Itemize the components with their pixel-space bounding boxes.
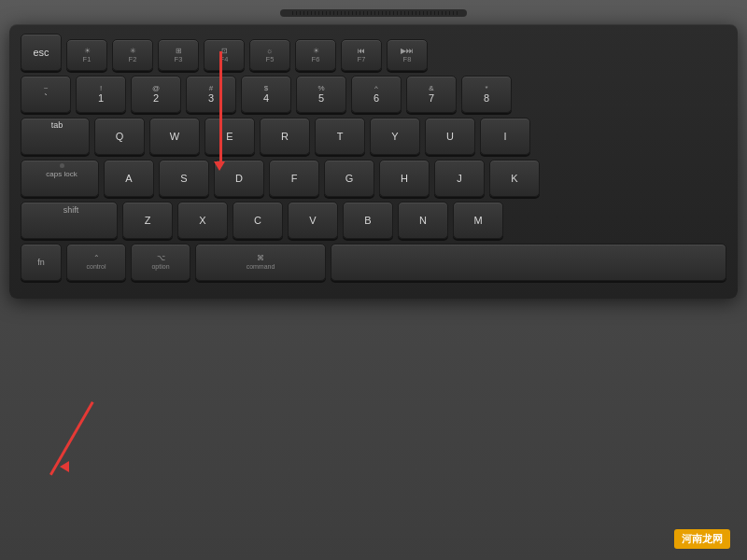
key-f1[interactable]: ☀ F1: [66, 39, 107, 71]
caps-lock-indicator: [60, 163, 64, 168]
key-tilde[interactable]: ~ `: [21, 76, 71, 113]
key-f2[interactable]: ✳ F2: [112, 39, 153, 71]
key-q[interactable]: Q: [94, 118, 145, 155]
key-e[interactable]: E: [204, 118, 255, 155]
key-5[interactable]: % 5: [296, 76, 346, 113]
qwerty-row: tab Q W E R T Y U I: [21, 118, 726, 155]
fn-row: esc ☀ F1 ✳ F2 ⊞ F3 ⊡ F4 ☼ F5: [21, 34, 726, 71]
key-7[interactable]: & 7: [406, 76, 457, 113]
key-caps-lock[interactable]: caps lock: [21, 160, 99, 197]
speaker-grille: [280, 9, 467, 17]
key-k[interactable]: K: [489, 160, 540, 197]
key-c[interactable]: C: [233, 202, 283, 239]
key-w[interactable]: W: [149, 118, 200, 155]
key-h[interactable]: H: [379, 160, 430, 197]
key-f7[interactable]: ⏮ F7: [341, 39, 382, 71]
key-8[interactable]: * 8: [461, 76, 512, 113]
key-control[interactable]: ⌃ control: [66, 244, 126, 281]
key-fn[interactable]: fn: [21, 244, 62, 281]
key-command[interactable]: ⌘ command: [195, 244, 326, 281]
key-y[interactable]: Y: [370, 118, 420, 155]
key-m[interactable]: M: [453, 202, 503, 239]
key-3[interactable]: # 3: [186, 76, 236, 113]
key-a[interactable]: A: [104, 160, 154, 197]
key-b[interactable]: B: [343, 202, 393, 239]
key-f3[interactable]: ⊞ F3: [158, 39, 199, 71]
key-j[interactable]: J: [434, 160, 485, 197]
key-f5[interactable]: ☼ F5: [249, 39, 290, 71]
key-i[interactable]: I: [480, 118, 530, 155]
key-6[interactable]: ^ 6: [351, 76, 402, 113]
key-option[interactable]: ⌥ option: [131, 244, 190, 281]
arrow-head-down: [214, 161, 225, 171]
key-u[interactable]: U: [425, 118, 475, 155]
key-space[interactable]: [331, 244, 726, 281]
key-z[interactable]: Z: [122, 202, 173, 239]
keyboard-body: esc ☀ F1 ✳ F2 ⊞ F3 ⊡ F4 ☼ F5: [9, 24, 738, 299]
key-s[interactable]: S: [159, 160, 209, 197]
red-arrow-diagonal: [49, 401, 94, 475]
key-4[interactable]: $ 4: [241, 76, 291, 113]
key-n[interactable]: N: [398, 202, 448, 239]
home-row: caps lock A S D F G H J: [21, 160, 726, 197]
bottom-row: fn ⌃ control ⌥ option ⌘ command: [21, 244, 726, 281]
key-2[interactable]: @ 2: [131, 76, 181, 113]
key-t[interactable]: T: [315, 118, 365, 155]
key-v[interactable]: V: [288, 202, 338, 239]
key-x[interactable]: X: [177, 202, 228, 239]
key-shift-left[interactable]: shift: [21, 202, 118, 239]
key-f[interactable]: F: [269, 160, 319, 197]
arrow-head-left: [60, 461, 69, 472]
key-f4[interactable]: ⊡ F4: [204, 39, 245, 71]
key-f6[interactable]: ☀ F6: [295, 39, 336, 71]
key-r[interactable]: R: [260, 118, 310, 155]
key-g[interactable]: G: [324, 160, 374, 197]
watermark: 河南龙网: [674, 529, 730, 549]
key-1[interactable]: ! 1: [76, 76, 126, 113]
shift-row: shift Z X C V B N M: [21, 202, 726, 239]
key-f8[interactable]: ▶⏭ F8: [387, 39, 428, 71]
number-row: ~ ` ! 1 @ 2 # 3 $ 4 % 5: [21, 76, 726, 113]
key-tab[interactable]: tab: [21, 118, 90, 155]
keyboard-container: esc ☀ F1 ✳ F2 ⊞ F3 ⊡ F4 ☼ F5: [0, 0, 747, 560]
key-esc[interactable]: esc: [21, 34, 62, 71]
